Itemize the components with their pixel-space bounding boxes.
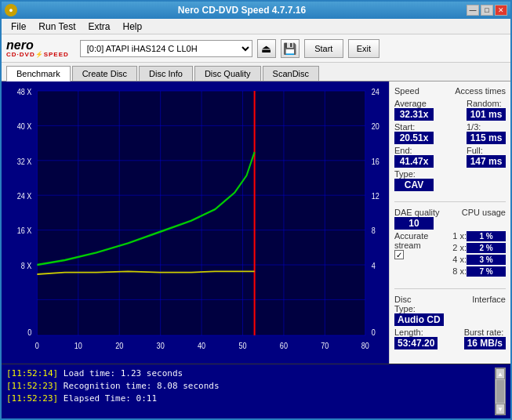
log-line-1: [11:52:23] Recognition time: 8.08 second…: [6, 380, 492, 393]
toolbar: nero CD·DVD⚡SPEED [0:0] ATAPI iHAS124 C …: [2, 34, 510, 63]
nero-logo-sub: CD·DVD⚡SPEED: [6, 52, 69, 58]
type-label: Type:: [394, 169, 434, 179]
svg-text:8 X: 8 X: [21, 261, 32, 270]
accurate-checkbox-row: ✓: [394, 250, 428, 259]
length-burst-row: Length: 53:47.20 Burst rate: 16 MB/s: [394, 328, 506, 349]
cpu-2x-row: 2 x: 2 %: [452, 243, 506, 253]
random-value: 101 ms: [467, 108, 506, 121]
speed-section: Speed Access times Average 32.31x Random…: [394, 86, 506, 193]
accurate-label: Accurate: [394, 231, 428, 241]
cpu-8x-value: 7 %: [467, 266, 506, 277]
accurate-checkbox[interactable]: ✓: [394, 250, 404, 259]
svg-text:80: 80: [361, 341, 370, 350]
minimize-button[interactable]: —: [467, 5, 479, 16]
menu-extra[interactable]: Extra: [82, 20, 116, 34]
svg-text:0: 0: [27, 328, 31, 337]
cpu-section: DAE quality 10 CPU usage Accurate stream: [394, 208, 506, 280]
log-timestamp-2: [11:52:23]: [6, 393, 58, 404]
app-window: ● Nero CD-DVD Speed 4.7.7.16 — □ ✕ File …: [0, 0, 512, 420]
svg-text:24: 24: [372, 87, 380, 96]
tab-disc-info[interactable]: Disc Info: [139, 66, 193, 81]
log-message-1: Recognition time: 8.08 seconds: [64, 381, 220, 391]
end-value: 41.47x: [394, 155, 434, 168]
scrollbar-up-button[interactable]: ▲: [496, 368, 505, 379]
svg-text:4: 4: [372, 261, 376, 270]
content-wrapper: Benchmark Create Disc Disc Info Disc Qua…: [2, 63, 510, 418]
chart-area: 48 X 40 X 32 X 24 X 16 X 8 X 0 24 20 16 …: [2, 81, 389, 364]
burst-label: Burst rate:: [464, 328, 506, 337]
tab-benchmark[interactable]: Benchmark: [6, 66, 71, 81]
start-value: 20.51x: [394, 132, 434, 144]
log-timestamp-0: [11:52:14]: [6, 368, 58, 378]
svg-text:20: 20: [115, 341, 124, 350]
scrollbar-thumb[interactable]: [496, 380, 504, 403]
cpu-1x-value: 1 %: [467, 231, 506, 241]
close-button[interactable]: ✕: [495, 5, 507, 16]
tab-create-disc[interactable]: Create Disc: [72, 66, 137, 81]
svg-text:70: 70: [321, 341, 329, 350]
svg-text:50: 50: [238, 341, 247, 350]
menu-run-test[interactable]: Run Test: [32, 20, 82, 34]
scrollbar-down-button[interactable]: ▼: [496, 404, 505, 415]
cpu-label: CPU usage: [462, 208, 506, 217]
main-area: 48 X 40 X 32 X 24 X 16 X 8 X 0 24 20 16 …: [2, 81, 510, 364]
interface-label: Interface: [472, 295, 506, 304]
log-line-0: [11:52:14] Load time: 1.23 seconds: [6, 368, 492, 380]
chart-svg: 48 X 40 X 32 X 24 X 16 X 8 X 0 24 20 16 …: [2, 81, 389, 364]
length-section: Length: 53:47.20: [394, 328, 438, 349]
svg-text:24 X: 24 X: [17, 191, 32, 201]
window-title: Nero CD-DVD Speed 4.7.7.16: [17, 5, 467, 16]
svg-text:60: 60: [280, 341, 289, 350]
burst-value: 16 MB/s: [464, 337, 506, 349]
svg-text:32 X: 32 X: [17, 157, 32, 166]
stream-label: stream: [394, 241, 428, 250]
svg-text:10: 10: [74, 341, 83, 350]
app-logo-icon: ●: [5, 4, 17, 16]
disc-header: Disc: [394, 295, 444, 304]
start-row: Start: 20.51x 1/3: 115 ms: [394, 122, 506, 144]
interface-section: Interface: [472, 295, 506, 304]
start-label: Start:: [394, 122, 434, 132]
nero-logo: nero CD·DVD⚡SPEED: [6, 39, 69, 58]
cpu-1x-row: 1 x: 1 %: [452, 231, 506, 241]
log-area: [11:52:14] Load time: 1.23 seconds [11:5…: [2, 364, 510, 418]
dae-value: 10: [394, 217, 434, 230]
average-value: 32.31x: [394, 108, 434, 121]
onethird-section: 1/3: 115 ms: [467, 122, 506, 144]
log-message-0: Load time: 1.23 seconds: [64, 368, 183, 378]
eject-icon[interactable]: ⏏: [257, 39, 276, 58]
cpu-2x-label: 2 x:: [452, 243, 467, 252]
accurate-section: Accurate stream ✓: [394, 231, 428, 259]
tabs-bar: Benchmark Create Disc Disc Info Disc Qua…: [2, 63, 510, 81]
menu-file[interactable]: File: [5, 20, 32, 34]
drive-select[interactable]: [0:0] ATAPI iHAS124 C LL0H: [80, 40, 252, 57]
cpu-1x-label: 1 x:: [452, 231, 467, 241]
exit-button[interactable]: Exit: [348, 39, 379, 58]
disc-info-section: Disc Type: Audio CD Interface Length: 53…: [394, 295, 506, 351]
svg-rect-1: [37, 91, 365, 335]
average-label: Average: [394, 99, 434, 108]
menu-help[interactable]: Help: [117, 20, 149, 34]
average-section: Average 32.31x: [394, 99, 434, 121]
log-scrollbar[interactable]: ▲ ▼: [495, 368, 506, 415]
window-controls: — □ ✕: [467, 5, 507, 16]
cpu-4x-value: 3 %: [467, 255, 506, 265]
save-icon[interactable]: 💾: [281, 39, 300, 58]
cpu-values-section: 1 x: 1 % 2 x: 2 % 4 x: 3 %: [452, 231, 506, 278]
log-message-2: Elapsed Time: 0:11: [64, 393, 157, 404]
svg-text:12: 12: [372, 191, 380, 201]
disc-type-row: Disc Type: Audio CD Interface: [394, 295, 506, 326]
length-value: 53:47.20: [394, 337, 438, 349]
cpu-4x-label: 4 x:: [452, 255, 467, 264]
tab-disc-quality[interactable]: Disc Quality: [194, 66, 261, 81]
onethird-label: 1/3:: [467, 122, 506, 132]
menu-bar: File Run Test Extra Help: [2, 19, 510, 34]
maximize-button[interactable]: □: [481, 5, 493, 16]
full-section: Full: 147 ms: [467, 146, 506, 168]
end-section: End: 41.47x: [394, 146, 434, 168]
speed-label: Speed: [394, 86, 419, 96]
svg-text:16: 16: [372, 157, 380, 166]
tab-scandisc[interactable]: ScanDisc: [263, 66, 319, 81]
start-button[interactable]: Start: [304, 39, 343, 58]
burst-section: Burst rate: 16 MB/s: [464, 328, 506, 349]
